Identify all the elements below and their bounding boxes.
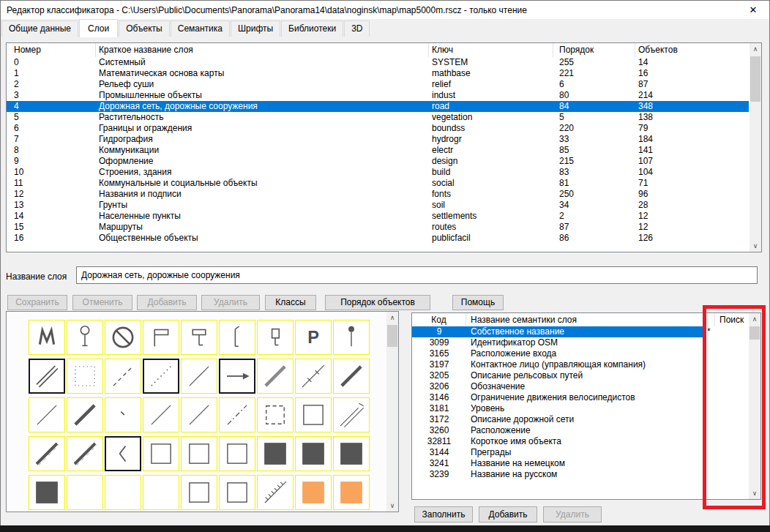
palette-cell[interactable] (333, 397, 370, 432)
scroll-down-icon[interactable]: ∨ (749, 487, 760, 499)
palette-cell[interactable] (257, 320, 294, 355)
scroll-up-icon[interactable]: ∧ (750, 43, 761, 55)
table-row[interactable]: 12Названия и подписиfonts25096 (7, 189, 749, 200)
palette-cell[interactable] (333, 436, 370, 471)
table-row[interactable]: 1Математическая основа картыmathbase2211… (7, 68, 749, 79)
semantic-row[interactable]: 3260Расположение (412, 425, 748, 436)
palette-cell[interactable] (333, 475, 370, 510)
column-header-code[interactable]: Код (412, 313, 466, 326)
table-row[interactable]: 4Дорожная сеть, дорожные сооруженияroad8… (7, 101, 749, 112)
palette-cell[interactable] (257, 397, 294, 432)
tab-7[interactable]: 3D (344, 20, 370, 37)
table-row[interactable]: 16Общественные объектыpublicfacil86126 (7, 233, 749, 244)
scroll-up-icon[interactable]: ∧ (749, 313, 760, 325)
palette-cell[interactable] (143, 475, 179, 510)
palette-cell[interactable] (29, 475, 65, 510)
semantic-row[interactable]: 3205Описание рельсовых путей (412, 370, 748, 381)
palette-cell[interactable] (143, 436, 179, 471)
palette-cell[interactable] (219, 320, 255, 355)
palette-cell[interactable] (67, 320, 103, 355)
tab-2[interactable]: Слои (79, 19, 118, 37)
palette-cell[interactable] (29, 436, 65, 471)
column-header-key[interactable]: Ключ (429, 43, 553, 57)
palette-cell[interactable] (257, 359, 294, 394)
palette-cell[interactable] (29, 320, 65, 355)
column-header-name[interactable]: Краткое название слоя (96, 43, 429, 57)
column-header-objects[interactable]: Объектов (635, 43, 761, 57)
palette-cell[interactable] (333, 359, 370, 394)
semantic-row[interactable]: 3144Преграды (412, 447, 748, 458)
scroll-up-icon[interactable]: ∧ (386, 312, 398, 323)
palette-cell[interactable] (67, 397, 103, 432)
semantic-row[interactable]: 3172Описание дорожной сети (412, 414, 748, 425)
column-header-name[interactable]: Название семантики слоя (466, 313, 715, 326)
palette-cell[interactable] (333, 320, 370, 355)
palette-cell[interactable] (143, 320, 179, 355)
palette-cell[interactable] (257, 436, 294, 471)
palette-cell[interactable] (257, 475, 294, 510)
palette-cell[interactable] (105, 320, 141, 355)
layers-table-scrollbar[interactable]: ∧ ∨ (750, 43, 761, 252)
palette-cell[interactable] (143, 397, 179, 432)
palette-cell[interactable] (295, 397, 332, 432)
palette-cell[interactable] (67, 475, 103, 510)
close-button[interactable]: ✕ (743, 4, 763, 15)
palette-cell[interactable] (105, 436, 141, 471)
table-row[interactable]: 6Границы и огражденияboundss22079 (7, 123, 749, 134)
palette-cell[interactable] (105, 359, 141, 394)
classes-button[interactable]: Классы (265, 295, 316, 310)
palette-cell[interactable] (295, 436, 332, 471)
palette-cell[interactable] (143, 359, 179, 394)
scrollbar-thumb[interactable] (750, 56, 760, 102)
semantic-row[interactable]: 3239Название на русском (412, 469, 748, 480)
palette-cell[interactable] (219, 475, 255, 510)
semantic-row[interactable]: 3206Обозначение (412, 381, 748, 392)
table-row[interactable]: 0СистемныйSYSTEM25514 (7, 57, 749, 68)
table-row[interactable]: 9Оформлениеdesign215107 (7, 156, 749, 167)
palette-cell[interactable] (219, 436, 255, 471)
palette-cell[interactable] (29, 397, 65, 432)
palette-scrollbar[interactable]: ∧ ∨ (386, 312, 398, 512)
tab-3[interactable]: Объекты (119, 20, 170, 37)
object-order-button[interactable]: Порядок объектов (325, 295, 430, 310)
scroll-down-icon[interactable]: ∨ (386, 500, 398, 512)
palette-cell[interactable] (67, 359, 103, 394)
table-row[interactable]: 15Маршрутыroutes8712 (7, 222, 749, 233)
column-header-number[interactable]: Номер (7, 43, 96, 57)
column-header-order[interactable]: Порядок (553, 43, 635, 57)
table-row[interactable]: 3Промышленные объектыindust80214 (7, 90, 749, 101)
palette-cell[interactable] (105, 475, 141, 510)
palette-cell[interactable] (181, 475, 217, 510)
table-row[interactable]: 14Населенные пунктыsettlements212 (7, 211, 749, 222)
semantic-row[interactable]: 3099Идентификатор OSM (412, 337, 748, 348)
table-row[interactable]: 7Гидрографияhydrogr33184 (7, 134, 749, 145)
palette-cell[interactable] (295, 359, 332, 394)
help-button[interactable]: Помощь (452, 295, 504, 310)
palette-cell[interactable] (181, 397, 217, 432)
semantic-row[interactable]: 9Собственное название* (412, 326, 748, 337)
scroll-down-icon[interactable]: ∨ (750, 240, 761, 252)
palette-cell[interactable] (181, 320, 217, 355)
semantic-row[interactable]: 3146Ограничение движения велосипедистов (412, 392, 748, 403)
palette-cell[interactable] (181, 359, 217, 394)
semantic-row[interactable]: 32811Короткое имя объекта (412, 436, 748, 447)
palette-cell[interactable]: P (295, 320, 332, 355)
scrollbar-thumb[interactable] (750, 326, 760, 340)
palette-cell[interactable] (295, 475, 332, 510)
palette-cell[interactable] (219, 359, 255, 394)
semantics-scrollbar[interactable]: ∧ ∨ (749, 313, 760, 499)
table-row[interactable]: 13Грунтыsoil3428 (7, 200, 749, 211)
table-row[interactable]: 2Рельеф сушиrelief687 (7, 79, 749, 90)
palette-cell[interactable] (29, 359, 65, 394)
semantic-row[interactable]: 3181Уровень (412, 403, 748, 414)
table-row[interactable]: 11Коммунальные и социальные объектыsocia… (7, 178, 749, 189)
scrollbar-thumb[interactable] (387, 325, 397, 347)
semantic-row[interactable]: 3197Контактное лицо (управляющая компани… (412, 359, 748, 370)
table-row[interactable]: 5Растительностьvegetation5138 (7, 112, 749, 123)
tab-1[interactable]: Общие данные (1, 20, 78, 37)
tab-6[interactable]: Библиотеки (281, 20, 343, 37)
table-row[interactable]: 8Коммуникацииelectr85141 (7, 145, 749, 156)
layer-name-input[interactable] (76, 266, 758, 284)
fill-button[interactable]: Заполнить (414, 506, 473, 522)
semantic-row[interactable]: 3241Название на немецком (412, 458, 748, 469)
